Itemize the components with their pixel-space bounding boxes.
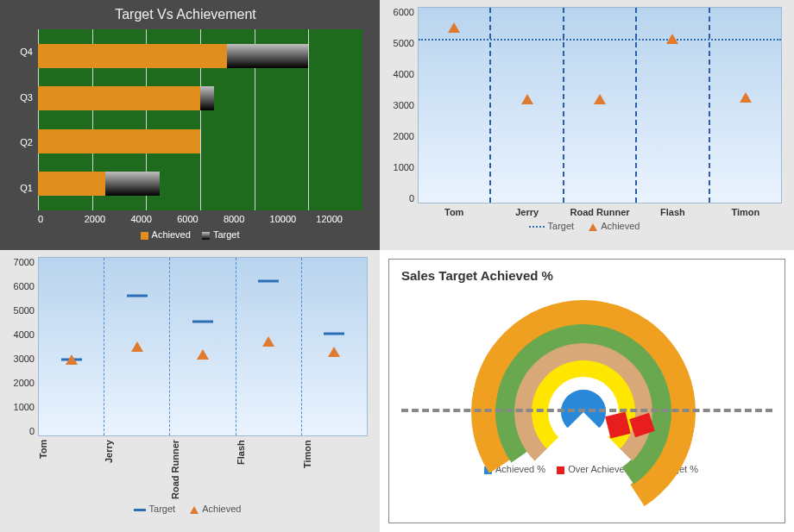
point-achieved-tom [66,354,78,365]
chart-title: Target Vs Achievement [9,7,362,22]
point-target-rr [192,320,213,322]
gauge-baseline [401,409,772,412]
legend: Achieved Target [9,229,362,240]
bar-row-q2 [38,126,362,157]
point-achieved-tom [448,22,460,33]
x-axis-labels: Tom Jerry Road Runner Flash Timon [7,440,368,500]
gauge-band-blue [561,390,606,435]
point-achieved-timon [740,92,752,103]
bar-achieved [38,86,200,110]
point-target-jerry [127,295,148,297]
x-axis-labels: Tom Jerry Road Runner Flash Timon [387,207,782,217]
legend-target-dash [134,509,146,511]
y-axis-labels: Q4 Q3 Q2 Q1 [9,29,38,210]
point-achieved-flash [666,34,678,44]
point-achieved-rr [594,94,606,104]
point-achieved-jerry [521,94,533,104]
y-axis-labels: 7000 6000 5000 4000 3000 2000 1000 0 [7,257,38,436]
point-target-flash [258,279,279,282]
point-target-timon [324,333,344,335]
plot-area [418,7,782,203]
legend-swatch-target [202,232,210,240]
point-achieved-rr [197,349,209,360]
point-achieved-jerry [131,341,143,352]
point-achieved-flash [262,336,274,347]
legend: Target Achieved [7,504,368,514]
y-axis-labels: 6000 5000 4000 3000 2000 1000 0 [387,7,418,203]
plot-area [38,29,362,210]
legend-achieved-tri [589,223,597,231]
bar-achieved [38,129,200,153]
chart-sales-target-gauge: Sales Target Achieved % Achieved % Ov [388,259,785,523]
chart-achieved-vs-target-line: 6000 5000 4000 3000 2000 1000 0 T [380,0,794,250]
chart-target-achieved-markers: 7000 6000 5000 4000 3000 2000 1000 0 [0,250,380,532]
bar-achieved [38,172,105,196]
chart-title: Sales Target Achieved % [401,268,772,283]
plot-area [38,257,368,436]
point-achieved-timon [328,347,340,357]
x-axis-labels: 0 2000 4000 6000 8000 10000 12000 [9,214,362,224]
legend-target-line [529,226,545,228]
bar-row-q4 [38,41,362,72]
chart-target-vs-achievement: Target Vs Achievement Q4 Q3 Q2 Q1 [0,0,380,250]
bar-row-q1 [38,168,362,199]
legend-swatch-achieved [141,232,148,240]
bar-row-q3 [38,83,362,114]
legend: Target Achieved [387,221,782,231]
bar-achieved [38,44,227,68]
legend-achieved-tri [190,506,198,514]
